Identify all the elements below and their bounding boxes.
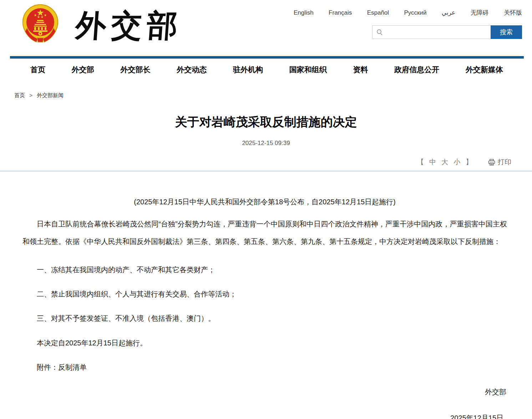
language-bar: English Français Español Русский عربي 无障… bbox=[294, 9, 522, 17]
font-size-medium-button[interactable]: 中 bbox=[429, 158, 436, 167]
nav-item-ministry[interactable]: 外交部 bbox=[72, 65, 94, 75]
font-size-controls: 【 中 大 小 】 bbox=[417, 158, 472, 167]
nav-item-new-media[interactable]: 外交新媒体 bbox=[466, 65, 503, 75]
measure-item-3: 三、对其不予签发签证、不准入境（包括香港、澳门）。 bbox=[22, 314, 507, 323]
measure-item-2: 二、禁止我国境内组织、个人与其进行有关交易、合作等活动； bbox=[22, 289, 507, 299]
decree-intro-line: (2025年12月15日中华人民共和国外交部令第18号公布，自2025年12月1… bbox=[22, 197, 507, 207]
bracket-close: 】 bbox=[466, 158, 472, 167]
nav-item-missions[interactable]: 驻外机构 bbox=[233, 65, 263, 75]
breadcrumb-section[interactable]: 外交部新闻 bbox=[37, 92, 64, 98]
effective-date-line: 本决定自2025年12月15日起施行。 bbox=[22, 338, 507, 348]
print-label: 打印 bbox=[498, 158, 511, 167]
page-title: 关于对岩崎茂采取反制措施的决定 bbox=[21, 114, 511, 130]
accessibility-link[interactable]: 无障碍 bbox=[471, 9, 489, 17]
nav-item-gov-info[interactable]: 政府信息公开 bbox=[394, 65, 439, 75]
article-body: (2025年12月15日中华人民共和国外交部令第18号公布，自2025年12月1… bbox=[0, 197, 532, 419]
language-link-arabic[interactable]: عربي bbox=[442, 9, 455, 16]
font-size-small-button[interactable]: 小 bbox=[454, 158, 460, 167]
search-button[interactable]: 搜索 bbox=[491, 25, 522, 39]
signature-ministry: 外交部 bbox=[22, 387, 507, 397]
article-datetime: 2025-12-15 09:39 bbox=[0, 140, 532, 147]
breadcrumb: 首页 > 外交部新闻 bbox=[14, 92, 532, 99]
content-divider bbox=[0, 171, 532, 171]
language-link-spanish[interactable]: Español bbox=[367, 9, 389, 16]
search-box: 搜索 bbox=[372, 25, 522, 39]
page: 外交部 English Français Español Русский عرب… bbox=[0, 0, 532, 419]
nav-item-home[interactable]: 首页 bbox=[30, 65, 45, 75]
nav-item-minister[interactable]: 外交部长 bbox=[121, 65, 151, 75]
font-size-large-button[interactable]: 大 bbox=[441, 158, 448, 167]
care-version-link[interactable]: 关怀版 bbox=[504, 9, 522, 17]
national-emblem-icon bbox=[22, 2, 59, 48]
language-link-french[interactable]: Français bbox=[329, 9, 352, 16]
site-logo[interactable]: 外交部 bbox=[22, 2, 183, 48]
site-title-calligraphy: 外交部 bbox=[74, 3, 184, 48]
signature-date: 2025年12月15日 bbox=[22, 413, 507, 419]
breadcrumb-home[interactable]: 首页 bbox=[14, 92, 25, 98]
header-right: English Français Español Русский عربي 无障… bbox=[294, 9, 522, 39]
bracket-open: 【 bbox=[417, 158, 424, 167]
language-link-english[interactable]: English bbox=[294, 9, 314, 16]
search-icon bbox=[376, 29, 383, 35]
printer-icon bbox=[488, 159, 495, 166]
measure-item-1: 一、冻结其在我国境内的动产、不动产和其它各类财产； bbox=[22, 265, 507, 275]
attachment-line: 附件：反制清单 bbox=[22, 363, 507, 372]
language-link-russian[interactable]: Русский bbox=[404, 9, 426, 16]
nav-item-resources[interactable]: 资料 bbox=[353, 65, 368, 75]
main-nav: 首页 外交部 外交部长 外交动态 驻外机构 国家和组织 资料 政府信息公开 外交… bbox=[10, 56, 524, 81]
breadcrumb-separator: > bbox=[29, 92, 32, 98]
article-controls: 【 中 大 小 】 打印 bbox=[0, 158, 532, 167]
nav-item-countries[interactable]: 国家和组织 bbox=[289, 65, 327, 75]
search-input[interactable] bbox=[383, 26, 491, 39]
search-input-wrap bbox=[372, 25, 491, 39]
nav-item-activities[interactable]: 外交动态 bbox=[177, 65, 207, 75]
paragraph-main: 日本自卫队前统合幕僚长岩崎茂公然同“台独”分裂势力勾连，严重违背一个中国原则和中… bbox=[22, 215, 507, 250]
site-header: 外交部 English Français Español Русский عرب… bbox=[0, 0, 532, 56]
main-nav-row: 首页 外交部 外交部长 外交动态 驻外机构 国家和组织 资料 政府信息公开 外交… bbox=[10, 59, 524, 81]
print-button[interactable]: 打印 bbox=[488, 158, 511, 167]
